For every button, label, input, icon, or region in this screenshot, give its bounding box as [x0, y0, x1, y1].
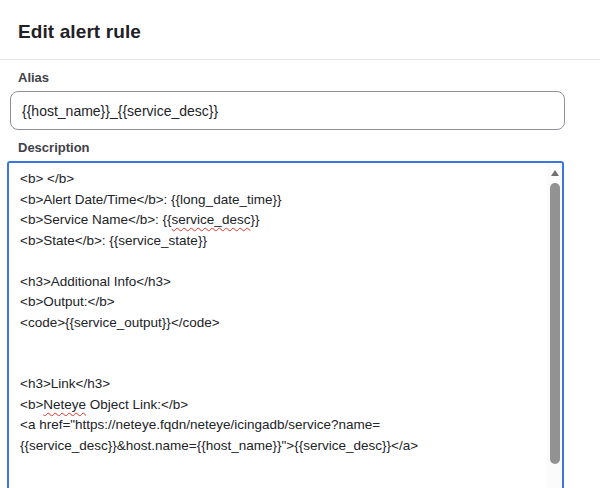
alias-label: Alias	[18, 70, 600, 85]
editor-line: <b>Output:</b>	[20, 292, 534, 313]
scrollbar-thumb[interactable]	[550, 183, 560, 464]
scroll-up-button[interactable]	[547, 163, 562, 178]
editor-line: <b> </b>	[20, 169, 534, 190]
editor-line: <b>Neteye Object Link:</b>	[20, 395, 534, 416]
scroll-up-arrow-icon	[551, 170, 559, 176]
editor-line: <b>Alert Date/Time</b>: {{long_date_time…	[20, 190, 534, 211]
editor-line: <code>{{service_output}}</code>	[20, 313, 534, 334]
editor-line: <a href="https://neteye.fqdn/neteye/icin…	[20, 415, 534, 436]
editor-line: <b>State</b>: {{service_state}}	[20, 231, 534, 252]
editor-line	[20, 333, 534, 354]
alias-input[interactable]	[10, 91, 565, 130]
misspelled-word: service_desc	[172, 212, 251, 227]
scrollbar[interactable]	[547, 163, 562, 488]
editor-line: <b>Service Name</b>: {{service_desc}}	[20, 210, 534, 231]
editor-line: {{service_desc}}&host.name={{host_name}}…	[20, 436, 534, 457]
misspelled-word: Neteye	[43, 397, 86, 412]
description-textarea[interactable]: <b> </b><b>Alert Date/Time</b>: {{long_d…	[7, 161, 564, 488]
editor-line: <h3>Additional Info</h3>	[20, 272, 534, 293]
page-title: Edit alert rule	[18, 21, 582, 43]
editor-line	[20, 251, 534, 272]
edit-alert-rule-panel: Edit alert rule Alias Description <b> </…	[0, 21, 600, 488]
description-content[interactable]: <b> </b><b>Alert Date/Time</b>: {{long_d…	[9, 163, 562, 456]
divider	[0, 59, 600, 60]
editor-line: <h3>Link</h3>	[20, 374, 534, 395]
description-label: Description	[18, 140, 600, 155]
editor-line	[20, 354, 534, 375]
